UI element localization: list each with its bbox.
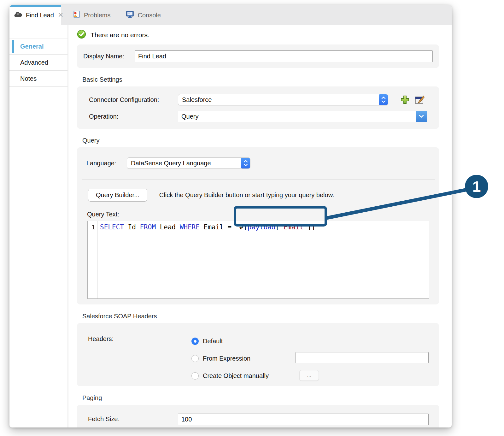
divider (82, 179, 435, 180)
success-check-icon (77, 30, 86, 40)
code-token: ' (315, 223, 319, 231)
mule-cloud-icon (14, 11, 23, 20)
tab-problems-label: Problems (84, 12, 110, 19)
soap-headers-title: Salesforce SOAP Headers (82, 313, 439, 320)
operation-select[interactable]: Query (178, 111, 427, 122)
tab-console-label: Console (138, 12, 161, 19)
headers-option-create-object[interactable]: Create Object manually ... (191, 367, 429, 385)
sidebar-item-label: Notes (20, 75, 37, 82)
radio-selected-icon[interactable] (191, 338, 199, 345)
sidebar-item-label: Advanced (20, 59, 48, 66)
combo-stepper-icon (379, 94, 388, 105)
operation-value: Query (178, 111, 416, 122)
line-number: 1 (88, 221, 97, 298)
main-panel: There are no errors. Display Name: Basic… (68, 25, 452, 427)
soap-headers-group: Headers: Default From Expression (77, 323, 439, 386)
highlighted-expression: '#[payload["Email"]]' (236, 223, 319, 231)
headers-label: Headers: (88, 333, 191, 386)
code-token: Id (128, 223, 140, 231)
tab-find-lead[interactable]: Find Lead ✕ (9, 5, 61, 25)
display-name-group: Display Name: (77, 44, 439, 68)
callout-number: 1 (472, 178, 481, 195)
sidebar-item-label: General (20, 43, 44, 50)
code-token: '#[ (236, 223, 248, 231)
code-token: FROM (140, 223, 160, 231)
sidebar-item-general[interactable]: General (9, 38, 67, 55)
close-icon[interactable]: ✕ (58, 12, 63, 19)
tab-bar: Find Lead ✕ Problems (9, 5, 452, 25)
radio-label: Create Object manually (203, 372, 269, 380)
fetch-size-input[interactable] (178, 414, 429, 425)
connector-configuration-value: Salesforce (178, 94, 379, 105)
operation-label: Operation: (89, 113, 178, 120)
language-select[interactable]: DataSense Query Language (127, 157, 250, 169)
language-value: DataSense Query Language (127, 158, 241, 168)
radio-unselected-icon[interactable] (191, 372, 199, 380)
code-token: Email = (204, 223, 236, 231)
headers-option-from-expression[interactable]: From Expression (191, 350, 429, 367)
ellipsis-button[interactable]: ... (299, 370, 319, 381)
code-token: "Email" (279, 223, 308, 231)
sidebar-item-advanced[interactable]: Advanced (9, 55, 67, 71)
from-expression-input[interactable] (296, 352, 429, 363)
combo-stepper-icon (241, 157, 250, 169)
code-token: ]] (308, 223, 315, 231)
status-message: There are no errors. (91, 31, 149, 39)
status-row: There are no errors. (77, 30, 439, 40)
radio-label: Default (203, 338, 223, 345)
chevron-down-icon (416, 111, 427, 122)
language-label: Language: (86, 160, 127, 167)
fetch-size-label: Fetch Size: (88, 414, 178, 423)
query-builder-button[interactable]: Query Builder... (88, 189, 147, 202)
headers-option-default[interactable]: Default (191, 333, 429, 350)
query-text-editor[interactable]: 1 SELECT Id FROM Lead WHERE Email = '#[p… (87, 221, 429, 299)
tab-console[interactable]: Console (120, 5, 166, 25)
problems-icon (72, 10, 81, 20)
code-token: WHERE (180, 223, 204, 231)
code-token: payload (248, 223, 276, 231)
sidebar: General Advanced Notes (9, 25, 68, 427)
display-name-input[interactable] (135, 50, 433, 62)
page: Find Lead ✕ Problems (0, 0, 504, 436)
code-token: Lead (160, 223, 180, 231)
tab-find-lead-label: Find Lead (26, 12, 54, 19)
basic-settings-group: Connector Configuration: Salesforce (77, 86, 439, 129)
paging-title: Paging (82, 394, 439, 402)
radio-label: From Expression (203, 355, 250, 362)
connector-configuration-select[interactable]: Salesforce (178, 94, 388, 105)
query-code-line[interactable]: SELECT Id FROM Lead WHERE Email = '#[pay… (97, 221, 429, 298)
paging-group: Fetch Size: (77, 405, 439, 427)
basic-settings-title: Basic Settings (82, 76, 439, 83)
display-name-label: Display Name: (83, 53, 135, 60)
sidebar-item-notes[interactable]: Notes (9, 71, 67, 87)
code-token: SELECT (100, 223, 128, 231)
query-builder-hint: Click the Query Builder button or start … (159, 191, 334, 199)
code-token: [ (275, 223, 279, 231)
add-config-button[interactable] (400, 95, 410, 105)
console-icon (126, 10, 134, 20)
query-title: Query (82, 137, 439, 144)
query-group: Language: DataSense Query Language Query… (77, 147, 439, 304)
edit-config-button[interactable] (414, 95, 425, 105)
radio-unselected-icon[interactable] (191, 355, 199, 362)
tab-problems[interactable]: Problems (67, 5, 116, 25)
callout-badge (465, 175, 488, 198)
properties-editor-window: Find Lead ✕ Problems (9, 5, 452, 427)
query-text-label: Query Text: (87, 211, 439, 218)
connector-configuration-label: Connector Configuration: (89, 96, 178, 103)
